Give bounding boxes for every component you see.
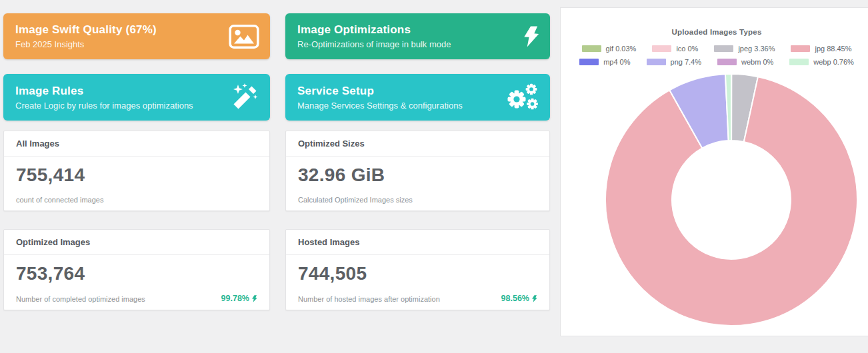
stat-caption: Number of hosted images after optimizati… [298, 295, 440, 303]
stat-card-body: 755,414 count of connected images [4, 157, 269, 210]
photo-icon [229, 24, 259, 49]
stat-percent: 99.78% [221, 294, 257, 303]
doughnut-chart [598, 67, 865, 333]
stat-card-title: Optimized Sizes [286, 131, 549, 157]
legend-item-jpg[interactable]: jpg 88.45% [791, 45, 851, 53]
stat-foot: Number of hosted images after optimizati… [298, 294, 537, 303]
stat-card-hosted-images: Hosted Images 744,505 Number of hosted i… [285, 229, 550, 310]
action-card-title: Image Rules [15, 85, 223, 98]
action-card-image-optimizations[interactable]: Image Optimizations Re-Optimizations of … [285, 13, 550, 59]
stat-card-title: Hosted Images [286, 230, 549, 255]
legend-item-jpeg[interactable]: jpeg 3.36% [714, 45, 775, 53]
stat-caption: Calculated Optimized Images sizes [298, 196, 413, 204]
legend-swatch [652, 45, 671, 52]
legend-item-ico[interactable]: ico 0% [652, 45, 698, 53]
legend-item-mp4[interactable]: mp4 0% [579, 58, 630, 66]
action-card-service-setup[interactable]: Service Setup Manage Services Settings &… [285, 74, 550, 121]
stat-value: 753,764 [16, 263, 257, 284]
legend-item-gif[interactable]: gif 0.03% [582, 45, 637, 53]
legend-item-webp[interactable]: webp 0.76% [789, 58, 854, 66]
stat-card-title: All Images [4, 131, 269, 157]
legend-label: webm 0% [741, 58, 773, 66]
action-card-image-swift-quality-67[interactable]: Image Swift Quality (67%) Feb 2025 Insig… [3, 13, 270, 59]
chart-title: Uploaded Images Types [561, 28, 868, 36]
stat-card-optimized-sizes: Optimized Sizes 32.96 GiB Calculated Opt… [285, 131, 550, 211]
stat-value: 744,505 [298, 263, 537, 284]
action-cards-grid: Image Swift Quality (67%) Feb 2025 Insig… [3, 13, 550, 121]
legend-label: png 7.4% [671, 58, 701, 66]
legend-swatch [647, 59, 666, 65]
legend-swatch [789, 59, 809, 65]
legend-label: webp 0.76% [813, 58, 854, 66]
stat-value: 755,414 [16, 165, 257, 186]
stat-caption: count of connected images [16, 196, 103, 204]
legend-label: mp4 0% [603, 58, 630, 66]
legend-label: jpg 88.45% [815, 45, 851, 53]
legend-swatch [714, 45, 733, 52]
bolt-icon [522, 23, 539, 51]
legend-label: ico 0% [676, 45, 698, 53]
action-card-title: Service Setup [297, 85, 503, 98]
action-card-subtitle: Create Logic by rules for images optimiz… [15, 101, 223, 111]
gears-icon [506, 82, 539, 113]
legend-swatch [579, 59, 599, 65]
legend-label: gif 0.03% [606, 45, 637, 53]
stat-foot: Number of completed optimized images 99.… [16, 294, 257, 303]
stat-card-optimized-images: Optimized Images 753,764 Number of compl… [3, 229, 270, 310]
chart-legend: gif 0.03% ico 0% jpeg 3.36% jpg 88.45% m… [561, 45, 868, 66]
action-card-subtitle: Feb 2025 Insights [15, 39, 223, 49]
legend-swatch [582, 45, 601, 52]
action-card-title: Image Optimizations [297, 23, 503, 37]
action-card-subtitle: Re-Optimizations of image in bulk mode [297, 39, 503, 49]
action-card-title: Image Swift Quality (67%) [15, 23, 223, 37]
stat-card-all-images: All Images 755,414 count of connected im… [3, 131, 270, 211]
legend-swatch [791, 45, 810, 52]
stat-foot: Calculated Optimized Images sizes [298, 196, 537, 204]
magic-wand-icon [229, 82, 259, 113]
action-card-subtitle: Manage Services Settings & configuration… [297, 101, 503, 111]
stat-card-title: Optimized Images [4, 230, 269, 255]
legend-row: mp4 0% png 7.4% webm 0% webp 0.76% [561, 58, 868, 66]
action-card-image-rules[interactable]: Image Rules Create Logic by rules for im… [3, 74, 270, 121]
stat-caption: Number of completed optimized images [16, 295, 145, 303]
stat-value: 32.96 GiB [298, 165, 537, 186]
stat-card-body: 744,505 Number of hosted images after op… [286, 255, 549, 310]
uploaded-images-types-panel: Uploaded Images Types gif 0.03% ico 0% j… [560, 7, 868, 336]
lightning-bolt-icon [531, 294, 537, 303]
legend-row: gif 0.03% ico 0% jpeg 3.36% jpg 88.45% [561, 45, 868, 53]
legend-swatch [717, 59, 737, 65]
lightning-bolt-icon [251, 294, 257, 303]
stat-foot: count of connected images [16, 196, 257, 204]
stat-percent: 98.56% [501, 294, 537, 303]
stat-card-body: 32.96 GiB Calculated Optimized Images si… [286, 157, 549, 210]
legend-item-png[interactable]: png 7.4% [647, 58, 701, 66]
stat-cards-grid: All Images 755,414 count of connected im… [3, 131, 550, 310]
stat-card-body: 753,764 Number of completed optimized im… [4, 255, 269, 310]
legend-label: jpeg 3.36% [738, 45, 775, 53]
legend-item-webm[interactable]: webm 0% [717, 58, 773, 66]
